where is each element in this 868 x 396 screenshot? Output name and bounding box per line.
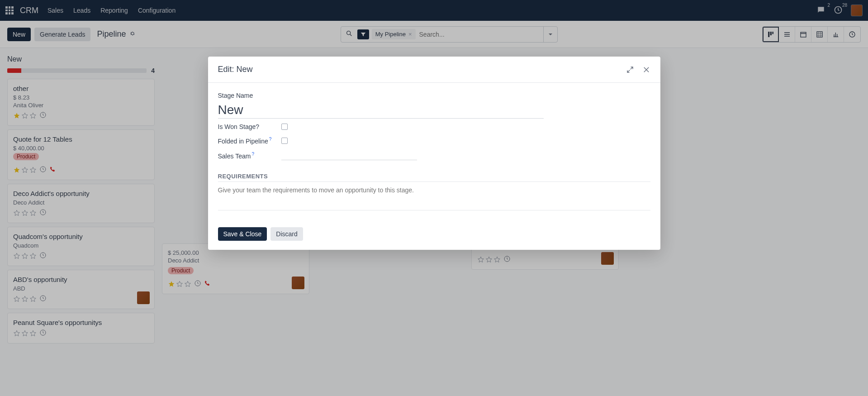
sales-team-input[interactable] — [281, 151, 417, 160]
modal-title: Edit: New — [218, 65, 253, 74]
save-close-button[interactable]: Save & Close — [218, 227, 267, 241]
stage-name-label: Stage Name — [218, 92, 281, 99]
requirements-header: REQUIREMENTS — [218, 173, 650, 180]
folded-checkbox[interactable] — [281, 138, 288, 144]
sales-team-label: Sales Team? — [218, 152, 281, 160]
is-won-label: Is Won Stage? — [218, 123, 281, 130]
close-icon[interactable] — [642, 66, 650, 74]
modal-overlay[interactable]: Edit: New Stage Name Is Won Stage? Folde… — [0, 0, 868, 396]
expand-icon[interactable] — [626, 66, 634, 74]
requirements-textarea[interactable] — [218, 186, 650, 210]
is-won-checkbox[interactable] — [281, 124, 288, 130]
discard-button[interactable]: Discard — [270, 227, 303, 241]
section-divider — [218, 181, 650, 182]
folded-label: Folded in Pipeline? — [218, 137, 281, 145]
stage-name-input[interactable] — [218, 102, 544, 119]
edit-stage-modal: Edit: New Stage Name Is Won Stage? Folde… — [208, 57, 660, 250]
